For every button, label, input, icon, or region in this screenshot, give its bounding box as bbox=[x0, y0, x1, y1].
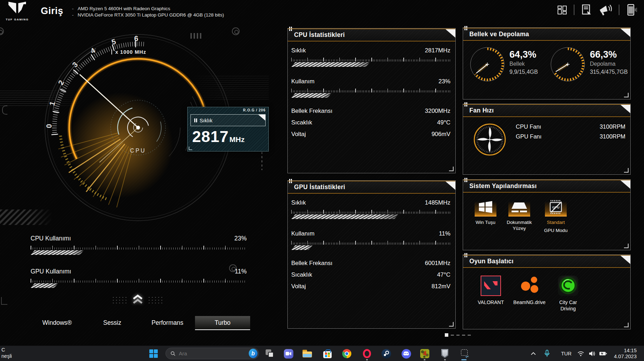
ruler-scale bbox=[291, 89, 450, 92]
battery-charging-icon bbox=[599, 351, 607, 356]
language-switcher[interactable]: TUR bbox=[561, 346, 572, 361]
discord-icon bbox=[402, 349, 411, 359]
snipping-tool-icon: ✂ bbox=[460, 349, 468, 358]
volume-indicator[interactable] bbox=[588, 346, 596, 361]
epic-games-icon bbox=[441, 349, 448, 358]
meter-value: 1485MHz bbox=[425, 199, 450, 206]
stat-row: Voltaj812mV bbox=[291, 283, 450, 290]
page-indicator[interactable] bbox=[451, 335, 454, 336]
chevron-up-icon[interactable] bbox=[131, 295, 145, 305]
search-icon bbox=[170, 351, 176, 356]
fan-speed-header[interactable]: Fan Hızı bbox=[463, 104, 630, 117]
windows-taskbar: C neşli b bbox=[0, 346, 644, 361]
gpu-freq-meter: Sıklık 1485MHz bbox=[291, 199, 450, 219]
memory-detail: 9,9/15,4GB bbox=[509, 69, 538, 75]
wifi-indicator[interactable] bbox=[577, 346, 584, 361]
opera-gx-button[interactable] bbox=[362, 349, 372, 359]
wifi-icon bbox=[577, 350, 584, 357]
gpu-mode-toggle[interactable]: GPU Standart GPU Modu bbox=[538, 198, 574, 233]
page-indicator[interactable] bbox=[462, 335, 465, 336]
touchpad-toggle[interactable]: Dokunmatik Yüzey bbox=[501, 198, 538, 233]
task-view-button[interactable] bbox=[265, 349, 275, 359]
meter-value: 11% bbox=[439, 230, 450, 237]
gpu-stats-header[interactable]: GPU İstatistikleri bbox=[288, 181, 455, 194]
cpu-fan-row: CPU Fanı3100RPM bbox=[516, 123, 625, 130]
page-indicator[interactable] bbox=[456, 335, 460, 336]
file-explorer-icon bbox=[303, 350, 312, 357]
meter-label: Sıklık bbox=[291, 47, 306, 54]
mode-performans[interactable]: Performans bbox=[140, 316, 195, 330]
panel-triangle-icon bbox=[445, 29, 455, 38]
tray-chevron-button[interactable] bbox=[531, 346, 536, 361]
game-beamng[interactable]: BeamNG.drive bbox=[510, 276, 549, 312]
windows-key-icon bbox=[478, 200, 493, 214]
microsoft-store-button[interactable] bbox=[323, 349, 332, 359]
page-indicator[interactable] bbox=[468, 335, 471, 336]
discord-button[interactable] bbox=[401, 349, 411, 359]
popup-value: 2817 MHz bbox=[192, 128, 245, 146]
task-view-icon bbox=[266, 349, 274, 358]
memory-percent: 64,3% bbox=[509, 49, 538, 60]
microphone-indicator[interactable] bbox=[544, 346, 550, 361]
microsoft-store-icon bbox=[323, 351, 332, 358]
game4-button[interactable]: 4 bbox=[420, 349, 430, 359]
storage-detail: 315,4/475,7GB bbox=[590, 69, 628, 75]
game-valorant[interactable]: VALORANT bbox=[471, 276, 510, 312]
taskbar-clock[interactable]: 14:15 4.07.2023 bbox=[614, 348, 637, 360]
mode-sessiz[interactable]: Sessiz bbox=[85, 316, 140, 330]
dashboard-icon[interactable] bbox=[557, 5, 567, 15]
mode-turbo[interactable]: Turbo bbox=[195, 316, 250, 330]
start-button[interactable] bbox=[149, 349, 158, 358]
touchpad-icon bbox=[511, 200, 528, 214]
panel-pagination[interactable] bbox=[445, 333, 471, 337]
search-input[interactable] bbox=[179, 350, 249, 356]
panel-triangle-icon bbox=[620, 28, 630, 37]
steam-button[interactable] bbox=[381, 349, 391, 359]
chrome-button[interactable] bbox=[342, 349, 352, 359]
win-key-toggle[interactable]: Win Tuşu bbox=[470, 198, 501, 233]
cpu-stats-title: CPU İstatistikleri bbox=[294, 31, 345, 39]
gauge-tick-6: 6 bbox=[134, 34, 138, 43]
megaphone-icon[interactable] bbox=[598, 4, 612, 16]
meter-value: 2817MHz bbox=[425, 47, 450, 54]
battery-indicator[interactable] bbox=[599, 346, 607, 361]
steam-icon bbox=[382, 349, 391, 359]
stat-row: Sıcaklık49°C bbox=[291, 119, 450, 126]
epic-games-button[interactable] bbox=[440, 349, 450, 359]
city-car-driving-icon bbox=[558, 276, 578, 296]
news-feed-icon[interactable] bbox=[581, 4, 592, 16]
ruler-scale bbox=[291, 210, 450, 214]
game-launcher-panel: Oyun Başlatıcı VALORANT bbox=[463, 254, 631, 329]
page-indicator-active[interactable] bbox=[445, 333, 448, 337]
running-indicator bbox=[366, 359, 368, 360]
system-config-title: Sistem Yapılandırması bbox=[469, 182, 537, 190]
gauge-tick-0: 0 bbox=[45, 124, 53, 128]
toolbar-separator bbox=[574, 5, 574, 15]
fan-icon bbox=[473, 123, 507, 156]
meter-label: Kullanım bbox=[291, 78, 314, 85]
popup-field: Sıklık bbox=[190, 114, 266, 126]
game-city-car-driving[interactable]: City Car Driving bbox=[549, 276, 587, 312]
storage-gauge: 66,3% Depolama 315,4/475,7GB bbox=[548, 45, 629, 84]
mode-windows[interactable]: Windows® bbox=[30, 316, 85, 330]
snipping-tool-button[interactable]: ✂ bbox=[459, 349, 469, 359]
cpu-stats-header[interactable]: CPU İstatistikleri bbox=[288, 28, 455, 41]
taskbar-search[interactable]: b bbox=[165, 348, 259, 359]
file-explorer-button[interactable] bbox=[302, 349, 312, 359]
weather-widget[interactable]: C neşli bbox=[1, 347, 12, 359]
game-launcher-header[interactable]: Oyun Başlatıcı bbox=[463, 255, 630, 268]
memory-storage-header[interactable]: Bellek ve Depolama bbox=[463, 28, 630, 41]
header-toolbar bbox=[557, 4, 638, 16]
mobile-device-icon[interactable] bbox=[626, 4, 638, 16]
memory-storage-title: Bellek ve Depolama bbox=[469, 31, 529, 38]
chat-button[interactable] bbox=[284, 349, 293, 359]
fan-speed-panel: Fan Hızı CPU Fanı3100RPM bbox=[463, 104, 631, 175]
bing-icon[interactable]: b bbox=[249, 349, 258, 358]
gauge-center-label: CPU bbox=[130, 148, 146, 154]
popup-field-mark bbox=[194, 118, 195, 122]
armoury-crate-window: TUF GAMING Giriş -AMD Ryzen 5 4600H with… bbox=[0, 0, 644, 346]
gpu-usage-bar bbox=[31, 283, 58, 288]
system-config-header[interactable]: Sistem Yapılandırması bbox=[463, 180, 630, 193]
cpu-usage-bar bbox=[31, 250, 84, 255]
system-config-panel: Sistem Yapılandırması Win Tuşu bbox=[463, 179, 631, 250]
